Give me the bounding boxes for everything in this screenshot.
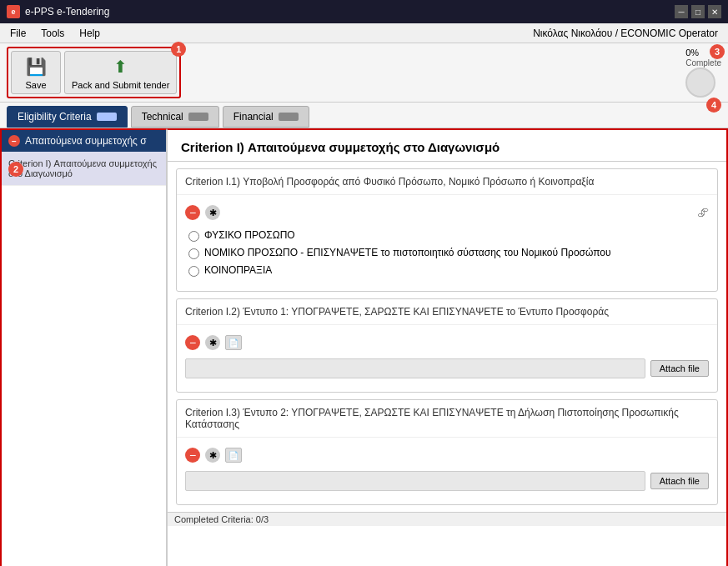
title-bar: e e-PPS e-Tendering ─ □ ✕ bbox=[0, 0, 728, 23]
sidebar-item-criterion-1[interactable]: Criterion I) Απαιτούμενα συμμετοχής στο … bbox=[2, 152, 166, 186]
asterisk-button-1[interactable]: ✱ bbox=[205, 205, 220, 220]
file-input-3[interactable] bbox=[185, 471, 645, 491]
tab-financial-indicator bbox=[279, 113, 299, 121]
window-controls[interactable]: ─ □ ✕ bbox=[675, 5, 721, 18]
pack-submit-label: Pack and Submit tender bbox=[72, 80, 169, 90]
menu-file[interactable]: File bbox=[3, 26, 33, 41]
radio-group-1: ΦΥΣΙΚΟ ΠΡΟΣΩΠΟ ΝΟΜΙΚΟ ΠΡΟΣΩΠΟ - ΕΠΙΣΥΝΑΨ… bbox=[177, 223, 717, 283]
sidebar-header: − Απαιτούμενα συμμετοχής σ bbox=[2, 130, 166, 152]
tab-technical-indicator bbox=[188, 113, 208, 121]
menu-bar: File Tools Help Νικόλας Νικολάου / ECONO… bbox=[0, 23, 728, 43]
content-panel: Criterion I) Απαιτούμενα συμμετοχής στο … bbox=[167, 128, 728, 566]
maximize-button[interactable]: □ bbox=[691, 5, 705, 18]
criterion-controls-1: − ✱ 🖇 bbox=[177, 202, 717, 223]
criterion-header-2: Criterion I.2) Έντυπο 1: ΥΠΟΓΡΑΨΕΤΕ, ΣΑΡ… bbox=[177, 299, 717, 325]
criterion-section-3: Criterion I.3) Έντυπο 2: ΥΠΟΓΡΑΨΕΤΕ, ΣΑΡ… bbox=[176, 399, 718, 505]
tab-financial[interactable]: Financial bbox=[223, 106, 309, 128]
criterion-section-2: Criterion I.2) Έντυπο 1: ΥΠΟΓΡΑΨΕΤΕ, ΣΑΡ… bbox=[176, 298, 718, 393]
radio-option-1b[interactable]: ΝΟΜΙΚΟ ΠΡΟΣΩΠΟ - ΕΠΙΣΥΝΑΨΕΤΕ το πιστοποι… bbox=[188, 244, 705, 262]
main-content: − Απαιτούμενα συμμετοχής σ Criterion I) … bbox=[0, 128, 728, 566]
criterion-header-3: Criterion I.3) Έντυπο 2: ΥΠΟΓΡΑΨΕΤΕ, ΣΑΡ… bbox=[177, 400, 717, 438]
app-icon: e bbox=[7, 5, 20, 18]
toolbar-group: 💾 Save ⬆ Pack and Submit tender bbox=[7, 47, 181, 98]
criterion-header-1: Criterion I.1) Υποβολή Προσφοράς από Φυσ… bbox=[177, 169, 717, 195]
save-label: Save bbox=[25, 80, 46, 90]
app-title: e-PPS e-Tendering bbox=[25, 6, 109, 18]
attach-button-2[interactable]: Attach file bbox=[650, 360, 709, 377]
content-title: Criterion I) Απαιτούμενα συμμετοχής στο … bbox=[168, 130, 726, 162]
sidebar-header-label: Απαιτούμενα συμμετοχής σ bbox=[25, 135, 147, 147]
user-info: Νικόλας Νικολάου / ECONOMIC Operator bbox=[533, 28, 725, 39]
step4-badge: 4 bbox=[706, 98, 721, 113]
status-bar: Completed Criteria: 0/3 bbox=[168, 512, 726, 526]
step3-badge: 3 bbox=[710, 44, 725, 59]
criterion-section-1: Criterion I.1) Υποβολή Προσφοράς από Φυσ… bbox=[176, 168, 718, 292]
tab-eligibility-label: Eligibility Criteria bbox=[18, 111, 92, 123]
criterion-controls-2: − ✱ 📄 bbox=[177, 332, 717, 353]
tab-eligibility[interactable]: Eligibility Criteria bbox=[7, 106, 128, 128]
radio-input-1c[interactable] bbox=[188, 266, 199, 277]
sidebar-minus-icon: − bbox=[8, 135, 20, 147]
radio-input-1a[interactable] bbox=[188, 231, 199, 242]
tab-financial-label: Financial bbox=[233, 111, 274, 123]
title-bar-left: e e-PPS e-Tendering bbox=[7, 5, 109, 18]
file-input-2[interactable] bbox=[185, 358, 645, 378]
attach-section-3: Attach file bbox=[177, 466, 717, 496]
close-button[interactable]: ✕ bbox=[708, 5, 721, 18]
minus-button-2[interactable]: − bbox=[185, 335, 200, 350]
doc-button-2[interactable]: 📄 bbox=[225, 335, 242, 350]
minus-button-1[interactable]: − bbox=[185, 205, 200, 220]
radio-option-1c[interactable]: ΚΟΙΝΟΠΡΑΞΙΑ bbox=[188, 262, 705, 279]
save-icon: 💾 bbox=[24, 55, 48, 78]
status-text: Completed Criteria: 0/3 bbox=[174, 514, 269, 524]
progress-area: 0% Complete 3 bbox=[685, 48, 721, 98]
progress-badge-wrapper: 0% Complete 3 bbox=[685, 48, 721, 98]
sidebar-item-label: Criterion I) Απαιτούμενα συμμετοχής στο … bbox=[8, 158, 157, 178]
menu-tools[interactable]: Tools bbox=[34, 26, 71, 41]
menu-help[interactable]: Help bbox=[73, 26, 107, 41]
asterisk-button-2[interactable]: ✱ bbox=[205, 335, 220, 350]
step1-badge: 1 bbox=[171, 42, 186, 57]
toolbar: 💾 Save ⬆ Pack and Submit tender 1 0% Com… bbox=[0, 43, 728, 103]
radio-label-1c: ΚΟΙΝΟΠΡΑΞΙΑ bbox=[204, 264, 272, 276]
attach-button-3[interactable]: Attach file bbox=[650, 473, 709, 489]
toolbar-group-wrapper: 💾 Save ⬆ Pack and Submit tender 1 bbox=[7, 47, 181, 98]
radio-input-1b[interactable] bbox=[188, 248, 199, 259]
step2-badge: 2 bbox=[8, 162, 23, 177]
minimize-button[interactable]: ─ bbox=[675, 5, 688, 18]
progress-label: 0% bbox=[685, 48, 699, 58]
radio-label-1b: ΝΟΜΙΚΟ ΠΡΟΣΩΠΟ - ΕΠΙΣΥΝΑΨΕΤΕ το πιστοποι… bbox=[204, 247, 611, 258]
progress-circle bbox=[685, 68, 715, 98]
tab-technical-label: Technical bbox=[142, 111, 183, 123]
sidebar-item-wrapper: Criterion I) Απαιτούμενα συμμετοχής στο … bbox=[2, 152, 166, 186]
complete-label: Complete bbox=[685, 58, 721, 68]
attach-section-2: Attach file bbox=[177, 353, 717, 383]
save-button[interactable]: 💾 Save bbox=[11, 51, 61, 94]
tab-eligibility-indicator bbox=[97, 113, 117, 121]
menu-items: File Tools Help bbox=[3, 26, 107, 41]
radio-option-1a[interactable]: ΦΥΣΙΚΟ ΠΡΟΣΩΠΟ bbox=[188, 227, 705, 244]
pack-submit-button[interactable]: ⬆ Pack and Submit tender bbox=[64, 51, 177, 94]
sidebar: − Απαιτούμενα συμμετοχής σ Criterion I) … bbox=[0, 128, 167, 566]
criterion-controls-3: − ✱ 📄 bbox=[177, 444, 717, 466]
doc-button-3[interactable]: 📄 bbox=[225, 448, 242, 463]
tab-bar: Eligibility Criteria Technical Financial… bbox=[0, 103, 728, 128]
tab-technical[interactable]: Technical bbox=[131, 106, 219, 128]
upload-icon: ⬆ bbox=[109, 55, 133, 78]
clip-icon-1: 🖇 bbox=[697, 206, 709, 219]
asterisk-button-3[interactable]: ✱ bbox=[205, 448, 220, 463]
radio-label-1a: ΦΥΣΙΚΟ ΠΡΟΣΩΠΟ bbox=[204, 229, 295, 241]
minus-button-3[interactable]: − bbox=[185, 448, 200, 463]
